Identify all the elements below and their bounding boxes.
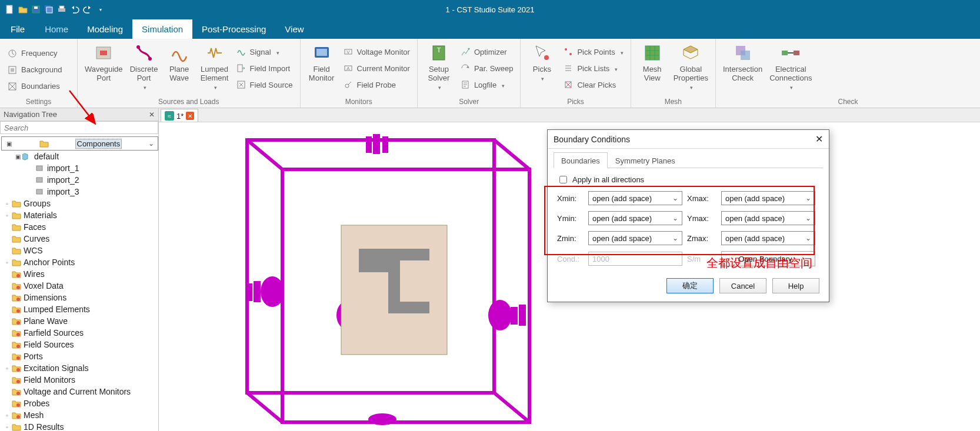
ok-button[interactable]: 确定 bbox=[666, 278, 714, 293]
select-zmin[interactable]: open (add space) bbox=[588, 231, 682, 245]
tree-excite[interactable]: ▫Excitation Signals bbox=[1, 362, 158, 374]
help-button[interactable]: Help bbox=[772, 278, 819, 293]
tree-farfield[interactable]: Farfield Sources bbox=[1, 327, 158, 339]
waveguide-port-button[interactable]: Waveguide Port bbox=[81, 40, 126, 82]
pick-lists-button[interactable]: Pick Lists bbox=[559, 60, 626, 76]
cancel-button[interactable]: Cancel bbox=[719, 278, 766, 293]
tree-lumped[interactable]: Lumped Elements bbox=[1, 303, 158, 315]
select-ymin[interactable]: open (add space) bbox=[588, 211, 682, 225]
tree-fieldsrc[interactable]: Field Sources bbox=[1, 339, 158, 350]
tree-import-2[interactable]: import_2 bbox=[1, 174, 158, 186]
select-xmax[interactable]: open (add space) bbox=[721, 191, 815, 205]
select-zmax[interactable]: open (add space) bbox=[721, 231, 815, 245]
field-import-button[interactable]: Field Import bbox=[232, 60, 296, 76]
tree-groups[interactable]: ▫Groups bbox=[1, 198, 158, 209]
current-icon: A bbox=[343, 63, 354, 73]
background-button[interactable]: Background bbox=[4, 62, 65, 78]
tree-planewave[interactable]: Plane Wave bbox=[1, 315, 158, 327]
svg-rect-36 bbox=[794, 51, 799, 55]
doc-tab-close-icon[interactable]: ✕ bbox=[186, 112, 194, 120]
tree-mesh[interactable]: ▫Mesh bbox=[1, 409, 158, 421]
select-ymax[interactable]: open (add space) bbox=[721, 211, 815, 225]
tree-dim[interactable]: Dimensions bbox=[1, 292, 158, 303]
tree-wires[interactable]: Wires bbox=[1, 268, 158, 280]
dialog-close-icon[interactable]: ✕ bbox=[815, 133, 823, 145]
tab-view[interactable]: View bbox=[275, 19, 313, 39]
new-icon[interactable] bbox=[4, 3, 16, 16]
redo-icon[interactable] bbox=[81, 3, 94, 16]
pick-points-button[interactable]: Pick Points bbox=[559, 44, 626, 60]
print-icon[interactable] bbox=[55, 3, 68, 16]
clear-picks-button[interactable]: Clear Picks bbox=[559, 76, 626, 93]
apply-all-checkbox[interactable] bbox=[559, 176, 567, 183]
qat-dropdown-icon[interactable]: ▾ bbox=[94, 3, 107, 16]
logfile-button[interactable]: Logfile bbox=[456, 76, 517, 93]
svg-point-62 bbox=[368, 413, 396, 425]
svg-point-66 bbox=[488, 300, 512, 330]
voltage-monitor-button[interactable]: VVoltage Monitor bbox=[339, 44, 414, 60]
tree-probes[interactable]: Probes bbox=[1, 397, 158, 409]
ribbon-group-monitors: Field Monitor VVoltage Monitor ACurrent … bbox=[301, 39, 418, 108]
frequency-button[interactable]: Frequency bbox=[4, 45, 61, 62]
tab-modeling[interactable]: Modeling bbox=[78, 19, 132, 39]
logfile-icon bbox=[460, 79, 471, 90]
gear-folder-icon bbox=[12, 270, 21, 278]
tree-default[interactable]: ▣default bbox=[1, 151, 158, 162]
save-all-icon[interactable] bbox=[42, 3, 55, 16]
tree-fmonitors[interactable]: Field Monitors bbox=[1, 374, 158, 386]
tree-components[interactable]: ▣Components bbox=[1, 136, 158, 151]
field-source-button[interactable]: Field Source bbox=[232, 76, 296, 93]
lumped-element-button[interactable]: Lumped Element bbox=[197, 40, 232, 92]
doc-tab[interactable]: ≈ 1* ✕ bbox=[161, 109, 198, 122]
tree-vcmon[interactable]: Voltage and Current Monitors bbox=[1, 386, 158, 397]
tab-simulation[interactable]: Simulation bbox=[132, 19, 192, 39]
dialog-titlebar[interactable]: Boundary Conditions ✕ bbox=[548, 130, 829, 149]
boundaries-button[interactable]: Boundaries bbox=[4, 78, 64, 95]
tree-1dres[interactable]: ▫1D Results bbox=[1, 421, 158, 431]
tree-materials[interactable]: ▫Materials bbox=[1, 209, 158, 221]
nav-close-icon[interactable]: ✕ bbox=[149, 111, 155, 119]
global-props-button[interactable]: Global Properties bbox=[670, 40, 712, 92]
setup-solver-button[interactable]: TSetup Solver bbox=[421, 40, 456, 92]
tree-curves[interactable]: Curves bbox=[1, 233, 158, 245]
par-sweep-button[interactable]: Par. Sweep bbox=[456, 60, 517, 76]
optimizer-button[interactable]: Optimizer bbox=[456, 44, 517, 60]
tree-faces[interactable]: Faces bbox=[1, 221, 158, 233]
gear-folder-icon bbox=[12, 399, 21, 407]
undo-icon[interactable] bbox=[68, 3, 81, 16]
dialog-tab-boundaries[interactable]: Boundaries bbox=[554, 152, 608, 168]
tab-home[interactable]: Home bbox=[35, 19, 78, 39]
tab-post-processing[interactable]: Post-Processing bbox=[192, 19, 275, 39]
current-monitor-button[interactable]: ACurrent Monitor bbox=[339, 60, 414, 76]
mesh-view-button[interactable]: Mesh View bbox=[635, 40, 670, 82]
save-icon[interactable] bbox=[29, 3, 42, 16]
field-monitor-button[interactable]: Field Monitor bbox=[304, 40, 339, 82]
main-area: Navigation Tree ✕ ▣Components ▣default i… bbox=[0, 108, 980, 431]
plane-wave-button[interactable]: Plane Wave bbox=[162, 40, 197, 82]
picks-button[interactable]: Picks bbox=[524, 40, 559, 83]
tree-anchor[interactable]: ▫Anchor Points bbox=[1, 256, 158, 268]
svg-point-49 bbox=[16, 380, 20, 383]
tree-import-1[interactable]: import_1 bbox=[1, 162, 158, 174]
open-icon[interactable] bbox=[16, 3, 29, 16]
tree-import-3[interactable]: import_3 bbox=[1, 186, 158, 198]
select-xmin[interactable]: open (add space) bbox=[588, 191, 682, 205]
annotation-arrow bbox=[66, 88, 101, 129]
tab-file[interactable]: File bbox=[0, 19, 35, 39]
signal-button[interactable]: Signal bbox=[232, 44, 296, 60]
mesh-view-icon bbox=[642, 42, 663, 64]
svg-rect-15 bbox=[238, 65, 242, 72]
nav-tree[interactable]: ▣Components ▣default import_1 import_2 i… bbox=[0, 134, 158, 431]
background-icon bbox=[7, 65, 18, 75]
intersection-check-button[interactable]: Intersection Check bbox=[719, 40, 766, 82]
discrete-port-button[interactable]: Discrete Port bbox=[126, 40, 162, 92]
field-probe-button[interactable]: Field Probe bbox=[339, 76, 414, 93]
dialog-tab-symmetry[interactable]: Symmetry Planes bbox=[608, 152, 683, 168]
svg-rect-9 bbox=[11, 68, 14, 72]
electrical-conn-button[interactable]: Electrical Connections bbox=[766, 40, 815, 92]
tree-voxel[interactable]: Voxel Data bbox=[1, 280, 158, 292]
tree-wcs[interactable]: WCS bbox=[1, 245, 158, 256]
label-xmax: Xmax: bbox=[687, 194, 716, 203]
gear-folder-icon bbox=[12, 411, 21, 419]
tree-ports[interactable]: Ports bbox=[1, 350, 158, 362]
